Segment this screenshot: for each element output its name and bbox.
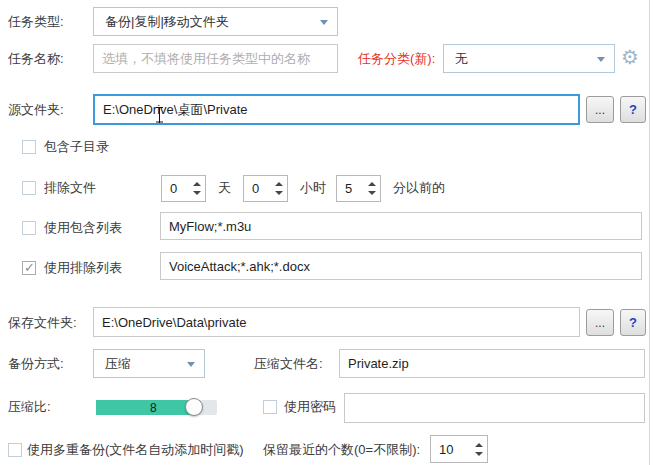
days-spinner[interactable]: 0 (161, 175, 206, 202)
spinner-arrows[interactable] (471, 436, 487, 462)
zip-name-input[interactable] (339, 349, 645, 378)
backup-method-select[interactable]: 压缩 (93, 349, 205, 378)
use-password-label: 使用密码 (284, 399, 336, 414)
source-folder-input[interactable] (93, 94, 580, 125)
spinner-arrows[interactable] (189, 176, 205, 201)
backup-task-form: 任务类型: 备份|复制|移动文件夹 任务名称: 任务分类(新): 无 ⚙ 源文件… (0, 0, 653, 465)
backup-method-value: 压缩 (105, 355, 131, 373)
spin-down-icon[interactable] (193, 191, 201, 195)
hours-unit-label: 小时 (300, 180, 326, 195)
spin-down-icon[interactable] (475, 452, 483, 456)
days-unit-label: 天 (218, 180, 231, 195)
minutes-value: 5 (337, 176, 364, 201)
spin-down-icon[interactable] (368, 191, 376, 195)
keep-count-label: 保留最近的个数(0=不限制): (263, 442, 420, 457)
slider-value: 8 (150, 400, 157, 415)
task-name-label: 任务名称: (8, 51, 64, 66)
source-folder-label: 源文件夹: (8, 102, 64, 117)
chevron-down-icon (320, 20, 328, 25)
minutes-suffix-label: 分以前的 (393, 180, 445, 195)
hours-value: 0 (244, 176, 271, 201)
compression-label: 压缩比: (8, 399, 51, 414)
slider-fill (96, 400, 197, 415)
keep-count-value: 10 (431, 436, 471, 462)
include-subdirs-label: 包含子目录 (44, 139, 109, 154)
exclude-files-checkbox[interactable] (22, 181, 36, 195)
spinner-arrows[interactable] (271, 176, 287, 201)
gear-icon[interactable]: ⚙ (621, 47, 639, 67)
task-name-input[interactable] (93, 44, 338, 73)
source-browse-button[interactable]: ... (586, 96, 614, 123)
backup-method-label: 备份方式: (8, 356, 64, 371)
include-list-label: 使用包含列表 (44, 220, 122, 235)
keep-count-spinner[interactable]: 10 (430, 435, 488, 463)
exclude-list-label: 使用排除列表 (44, 260, 122, 275)
include-list-checkbox[interactable] (22, 221, 36, 235)
spin-up-icon[interactable] (475, 443, 483, 447)
slider-thumb[interactable] (185, 398, 203, 416)
exclude-files-label: 排除文件 (44, 180, 96, 195)
task-type-select[interactable]: 备份|复制|移动文件夹 (93, 7, 338, 36)
save-folder-label: 保存文件夹: (8, 315, 77, 330)
task-category-select[interactable]: 无 (443, 44, 615, 73)
minutes-spinner[interactable]: 5 (336, 175, 381, 202)
spinner-arrows[interactable] (364, 176, 380, 201)
hours-spinner[interactable]: 0 (243, 175, 288, 202)
spin-up-icon[interactable] (368, 182, 376, 186)
spin-up-icon[interactable] (275, 182, 283, 186)
include-subdirs-checkbox[interactable] (22, 140, 36, 154)
save-help-button[interactable]: ? (620, 309, 646, 336)
panel-right-border (649, 0, 650, 465)
save-browse-button[interactable]: ... (586, 309, 614, 336)
multi-backup-label: 使用多重备份(文件名自动添加时间戳) (27, 442, 244, 457)
source-help-button[interactable]: ? (620, 96, 646, 123)
use-password-checkbox[interactable] (263, 400, 277, 414)
password-input[interactable] (344, 393, 645, 423)
include-list-input[interactable] (160, 212, 642, 240)
spin-down-icon[interactable] (275, 191, 283, 195)
task-category-label: 任务分类(新): (358, 51, 435, 66)
task-category-value: 无 (455, 50, 468, 68)
days-value: 0 (162, 176, 189, 201)
save-folder-input[interactable] (93, 307, 580, 337)
compression-slider[interactable]: 8 (96, 400, 217, 415)
exclude-list-input[interactable] (160, 252, 642, 280)
task-type-value: 备份|复制|移动文件夹 (105, 13, 229, 31)
chevron-down-icon (187, 362, 195, 367)
spin-up-icon[interactable] (193, 182, 201, 186)
zip-name-label: 压缩文件名: (254, 356, 323, 371)
task-type-label: 任务类型: (8, 14, 64, 29)
multi-backup-checkbox[interactable] (8, 443, 22, 457)
chevron-down-icon (597, 57, 605, 62)
exclude-list-checkbox[interactable] (22, 261, 36, 275)
